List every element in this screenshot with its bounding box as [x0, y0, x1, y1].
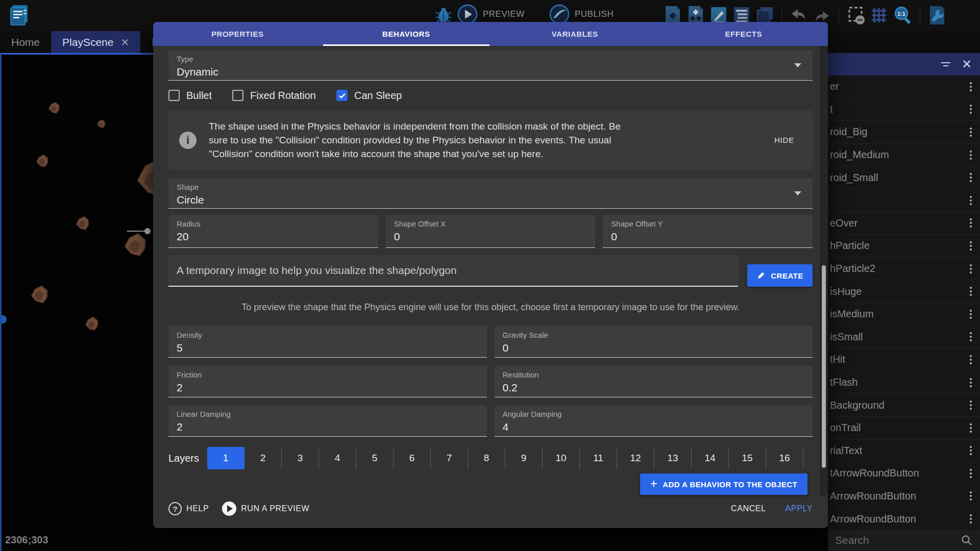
checkbox-unchecked-icon[interactable]: [232, 90, 243, 101]
restitution-field[interactable]: Restitution 0.2: [495, 366, 813, 397]
layer-cell-14[interactable]: 14: [692, 447, 729, 469]
object-row-16[interactable]: rialText: [828, 440, 980, 463]
temp-image-input[interactable]: A temporary image to help you visualize …: [168, 255, 738, 287]
object-row-15[interactable]: onTrail: [828, 417, 980, 440]
checkbox-unchecked-icon[interactable]: [168, 90, 180, 101]
dialog-scrollbar-thumb[interactable]: [822, 265, 826, 468]
tab-playscene[interactable]: PlayScene ✕: [51, 31, 140, 53]
layer-cell-2[interactable]: 2: [244, 447, 282, 469]
object-menu-icon[interactable]: [968, 216, 974, 230]
shape-select[interactable]: Shape Circle: [168, 178, 813, 209]
deselect-mask-icon[interactable]: [847, 6, 865, 25]
object-menu-icon[interactable]: [968, 330, 974, 343]
object-menu-icon[interactable]: [968, 421, 974, 435]
layer-cell-9[interactable]: 9: [505, 447, 543, 469]
object-menu-icon[interactable]: [968, 194, 974, 207]
grid-icon[interactable]: [870, 6, 888, 24]
panel-close-icon[interactable]: ✕: [962, 58, 972, 70]
object-row-8[interactable]: hParticle2: [828, 258, 980, 281]
object-row-11[interactable]: isSmall: [828, 326, 980, 349]
object-menu-icon[interactable]: [968, 80, 974, 93]
object-row-12[interactable]: tHit: [828, 348, 980, 371]
object-row-9[interactable]: isHuge: [828, 280, 980, 303]
layer-cell-7[interactable]: 7: [431, 447, 468, 469]
object-row-17[interactable]: tArrowRoundButton: [828, 462, 980, 485]
layer-cell-16[interactable]: 16: [766, 447, 803, 469]
layer-cell-6[interactable]: 6: [394, 447, 431, 469]
object-row-6[interactable]: eOver: [828, 212, 980, 235]
layer-cell-10[interactable]: 10: [543, 447, 580, 469]
dialog-tab-properties[interactable]: PROPERTIES: [153, 22, 322, 46]
linear-damping-field[interactable]: Linear Damping 2: [168, 405, 487, 437]
hide-button[interactable]: HIDE: [774, 136, 794, 144]
dialog-tab-variables[interactable]: VARIABLES: [491, 22, 659, 46]
zoom-1-1-icon[interactable]: 1:1: [893, 6, 912, 25]
layer-cell-13[interactable]: 13: [654, 447, 692, 469]
type-select[interactable]: Type Dynamic: [168, 50, 813, 81]
add-behavior-button[interactable]: + ADD A BEHAVIOR TO THE OBJECT: [640, 473, 807, 495]
object-menu-icon[interactable]: [968, 262, 974, 276]
preview-button[interactable]: PREVIEW: [457, 4, 525, 24]
objects-search-bar[interactable]: Search: [828, 530, 980, 551]
filter-icon[interactable]: [941, 62, 950, 66]
object-row-5[interactable]: [828, 189, 980, 212]
shape-offset-x-field[interactable]: Shape Offset X 0: [386, 215, 596, 248]
object-row-4[interactable]: roid_Small: [828, 166, 980, 189]
object-row-7[interactable]: hParticle: [828, 235, 980, 258]
dialog-tab-effects[interactable]: EFFECTS: [659, 22, 828, 46]
gravity-scale-field[interactable]: Gravity Scale 0: [495, 326, 813, 358]
checkbox-can-sleep[interactable]: Can Sleep: [336, 90, 402, 102]
object-menu-icon[interactable]: [968, 308, 974, 321]
object-menu-icon[interactable]: [968, 239, 974, 253]
dialog-scrollbar[interactable]: [820, 46, 828, 496]
apply-button[interactable]: APPLY: [786, 504, 813, 513]
object-row-0[interactable]: er: [828, 76, 980, 98]
run-preview-button[interactable]: RUN A PREVIEW: [222, 502, 309, 516]
layer-cell-11[interactable]: 11: [580, 447, 617, 469]
object-row-2[interactable]: roid_Big: [828, 121, 980, 144]
angular-damping-field[interactable]: Angular Damping 4: [495, 405, 813, 437]
object-menu-icon[interactable]: [968, 489, 974, 503]
selection-handle-dot[interactable]: [144, 228, 151, 234]
object-menu-icon[interactable]: [968, 171, 974, 184]
object-row-14[interactable]: Background: [828, 394, 980, 417]
create-button[interactable]: CREATE: [747, 264, 813, 287]
dialog-tab-behaviors[interactable]: BEHAVIORS: [322, 22, 491, 46]
object-row-3[interactable]: roid_Medium: [828, 144, 980, 167]
object-menu-icon[interactable]: [968, 353, 974, 366]
project-manager-button[interactable]: [8, 3, 32, 28]
object-menu-icon[interactable]: [968, 148, 974, 162]
layer-cell-3[interactable]: 3: [282, 447, 319, 469]
object-row-10[interactable]: isMedium: [828, 303, 980, 326]
layer-cell-15[interactable]: 15: [729, 447, 766, 469]
layer-cell-1[interactable]: 1: [207, 447, 244, 469]
object-menu-icon[interactable]: [968, 376, 974, 389]
checkbox-checked-icon[interactable]: [336, 90, 348, 101]
object-menu-icon[interactable]: [968, 103, 974, 116]
object-menu-icon[interactable]: [968, 126, 974, 139]
object-row-18[interactable]: ArrowRoundButton: [828, 485, 980, 508]
tab-home[interactable]: Home: [0, 31, 51, 53]
layer-cell-4[interactable]: 4: [319, 447, 356, 469]
object-menu-icon[interactable]: [968, 512, 974, 525]
tab-close-icon[interactable]: ✕: [120, 37, 129, 47]
checkbox-fixed-rotation[interactable]: Fixed Rotation: [232, 90, 316, 102]
layer-cell-12[interactable]: 12: [617, 447, 654, 469]
cancel-button[interactable]: CANCEL: [731, 504, 766, 513]
publish-button[interactable]: PUBLISH: [549, 4, 614, 24]
object-row-1[interactable]: t: [828, 98, 980, 121]
object-menu-icon[interactable]: [968, 285, 974, 298]
help-button[interactable]: ? HELP: [168, 502, 209, 515]
tools-icon[interactable]: [928, 5, 946, 26]
radius-field[interactable]: Radius 20: [168, 215, 378, 248]
object-menu-icon[interactable]: [968, 467, 974, 480]
friction-field[interactable]: Friction 2: [168, 366, 487, 397]
canvas-edge-handle[interactable]: [2, 315, 7, 323]
layer-cell-5[interactable]: 5: [356, 447, 394, 469]
object-row-19[interactable]: ArrowRoundButton: [828, 508, 980, 530]
checkbox-bullet[interactable]: Bullet: [168, 90, 212, 102]
shape-offset-y-field[interactable]: Shape Offset Y 0: [603, 215, 813, 248]
density-field[interactable]: Density 5: [168, 326, 487, 358]
layer-cell-8[interactable]: 8: [468, 447, 505, 469]
object-row-13[interactable]: tFlash: [828, 371, 980, 394]
